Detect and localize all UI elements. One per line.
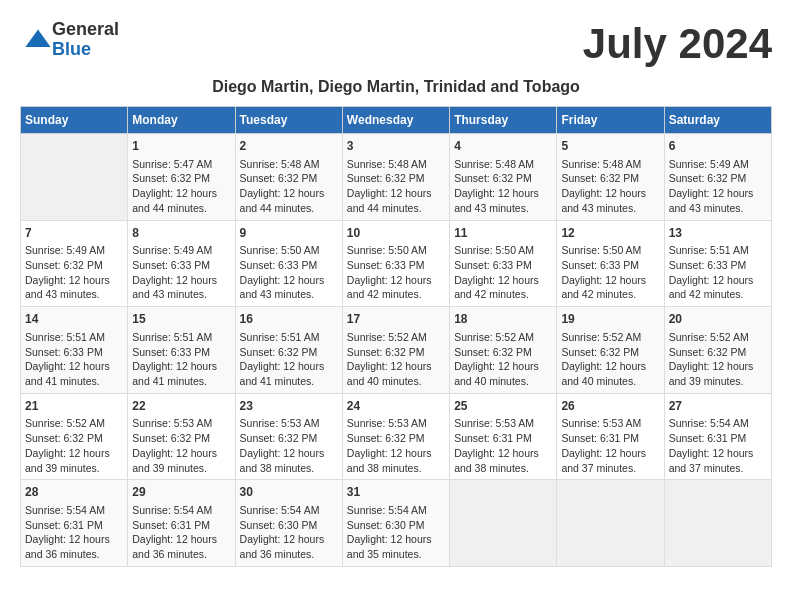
day-info: Sunset: 6:33 PM <box>669 258 767 273</box>
day-info: and 41 minutes. <box>240 374 338 389</box>
calendar-cell: 4Sunrise: 5:48 AMSunset: 6:32 PMDaylight… <box>450 134 557 221</box>
day-number: 13 <box>669 225 767 242</box>
day-info: Sunrise: 5:52 AM <box>454 330 552 345</box>
col-monday: Monday <box>128 107 235 134</box>
day-info: Sunrise: 5:50 AM <box>240 243 338 258</box>
day-info: and 42 minutes. <box>454 287 552 302</box>
day-info: Sunset: 6:32 PM <box>25 431 123 446</box>
day-info: Daylight: 12 hours <box>454 186 552 201</box>
day-info: Sunset: 6:31 PM <box>25 518 123 533</box>
day-info: Daylight: 12 hours <box>132 273 230 288</box>
day-info: and 36 minutes. <box>132 547 230 562</box>
day-number: 25 <box>454 398 552 415</box>
calendar-cell: 30Sunrise: 5:54 AMSunset: 6:30 PMDayligh… <box>235 480 342 567</box>
day-info: and 43 minutes. <box>132 287 230 302</box>
week-row-3: 14Sunrise: 5:51 AMSunset: 6:33 PMDayligh… <box>21 307 772 394</box>
day-number: 14 <box>25 311 123 328</box>
calendar-cell: 16Sunrise: 5:51 AMSunset: 6:32 PMDayligh… <box>235 307 342 394</box>
day-info: and 39 minutes. <box>25 461 123 476</box>
day-info: and 40 minutes. <box>454 374 552 389</box>
week-row-2: 7Sunrise: 5:49 AMSunset: 6:32 PMDaylight… <box>21 220 772 307</box>
day-info: Sunrise: 5:51 AM <box>132 330 230 345</box>
day-number: 8 <box>132 225 230 242</box>
day-info: Daylight: 12 hours <box>240 532 338 547</box>
day-info: Sunrise: 5:53 AM <box>347 416 445 431</box>
day-info: Sunset: 6:32 PM <box>132 171 230 186</box>
calendar-cell: 18Sunrise: 5:52 AMSunset: 6:32 PMDayligh… <box>450 307 557 394</box>
calendar-cell: 5Sunrise: 5:48 AMSunset: 6:32 PMDaylight… <box>557 134 664 221</box>
logo-text: General Blue <box>52 20 119 60</box>
calendar-body: 1Sunrise: 5:47 AMSunset: 6:32 PMDaylight… <box>21 134 772 567</box>
col-saturday: Saturday <box>664 107 771 134</box>
day-info: and 38 minutes. <box>240 461 338 476</box>
day-info: Sunset: 6:32 PM <box>240 345 338 360</box>
day-number: 21 <box>25 398 123 415</box>
day-info: and 35 minutes. <box>347 547 445 562</box>
day-info: Sunrise: 5:49 AM <box>132 243 230 258</box>
calendar-cell: 25Sunrise: 5:53 AMSunset: 6:31 PMDayligh… <box>450 393 557 480</box>
calendar-cell: 6Sunrise: 5:49 AMSunset: 6:32 PMDaylight… <box>664 134 771 221</box>
day-number: 1 <box>132 138 230 155</box>
week-row-1: 1Sunrise: 5:47 AMSunset: 6:32 PMDaylight… <box>21 134 772 221</box>
day-info: and 38 minutes. <box>454 461 552 476</box>
calendar-cell: 17Sunrise: 5:52 AMSunset: 6:32 PMDayligh… <box>342 307 449 394</box>
calendar-cell: 11Sunrise: 5:50 AMSunset: 6:33 PMDayligh… <box>450 220 557 307</box>
day-number: 28 <box>25 484 123 501</box>
day-info: Sunset: 6:33 PM <box>561 258 659 273</box>
day-number: 19 <box>561 311 659 328</box>
day-info: Daylight: 12 hours <box>561 446 659 461</box>
calendar-cell: 26Sunrise: 5:53 AMSunset: 6:31 PMDayligh… <box>557 393 664 480</box>
day-info: and 41 minutes. <box>132 374 230 389</box>
day-info: and 43 minutes. <box>561 201 659 216</box>
logo-blue: Blue <box>52 40 119 60</box>
col-wednesday: Wednesday <box>342 107 449 134</box>
day-info: and 37 minutes. <box>669 461 767 476</box>
day-number: 15 <box>132 311 230 328</box>
day-info: Sunrise: 5:54 AM <box>669 416 767 431</box>
calendar-cell <box>21 134 128 221</box>
day-number: 6 <box>669 138 767 155</box>
calendar-cell: 20Sunrise: 5:52 AMSunset: 6:32 PMDayligh… <box>664 307 771 394</box>
day-number: 3 <box>347 138 445 155</box>
day-number: 11 <box>454 225 552 242</box>
day-info: Sunrise: 5:53 AM <box>240 416 338 431</box>
day-info: Sunset: 6:32 PM <box>347 171 445 186</box>
calendar-cell: 7Sunrise: 5:49 AMSunset: 6:32 PMDaylight… <box>21 220 128 307</box>
day-info: Sunrise: 5:53 AM <box>132 416 230 431</box>
day-number: 16 <box>240 311 338 328</box>
day-info: Daylight: 12 hours <box>347 186 445 201</box>
day-info: and 42 minutes. <box>347 287 445 302</box>
day-info: and 40 minutes. <box>561 374 659 389</box>
col-tuesday: Tuesday <box>235 107 342 134</box>
day-info: Daylight: 12 hours <box>561 273 659 288</box>
day-info: Daylight: 12 hours <box>132 186 230 201</box>
calendar-table: Sunday Monday Tuesday Wednesday Thursday… <box>20 106 772 567</box>
day-info: Sunrise: 5:49 AM <box>25 243 123 258</box>
logo-general: General <box>52 20 119 40</box>
day-info: Daylight: 12 hours <box>132 446 230 461</box>
day-info: and 43 minutes. <box>454 201 552 216</box>
day-info: Daylight: 12 hours <box>25 532 123 547</box>
day-info: Daylight: 12 hours <box>132 532 230 547</box>
day-info: Sunrise: 5:53 AM <box>454 416 552 431</box>
day-info: Sunset: 6:32 PM <box>132 431 230 446</box>
day-info: and 42 minutes. <box>561 287 659 302</box>
day-info: Daylight: 12 hours <box>561 186 659 201</box>
day-info: Sunrise: 5:54 AM <box>132 503 230 518</box>
calendar-cell: 1Sunrise: 5:47 AMSunset: 6:32 PMDaylight… <box>128 134 235 221</box>
day-info: and 36 minutes. <box>240 547 338 562</box>
calendar-cell: 22Sunrise: 5:53 AMSunset: 6:32 PMDayligh… <box>128 393 235 480</box>
calendar-cell: 10Sunrise: 5:50 AMSunset: 6:33 PMDayligh… <box>342 220 449 307</box>
calendar-cell <box>664 480 771 567</box>
day-info: Daylight: 12 hours <box>25 359 123 374</box>
calendar-cell <box>557 480 664 567</box>
day-info: and 43 minutes. <box>25 287 123 302</box>
day-info: Sunset: 6:33 PM <box>132 258 230 273</box>
day-info: Daylight: 12 hours <box>347 532 445 547</box>
day-info: Daylight: 12 hours <box>132 359 230 374</box>
day-info: Daylight: 12 hours <box>669 273 767 288</box>
day-number: 9 <box>240 225 338 242</box>
day-number: 17 <box>347 311 445 328</box>
calendar-cell: 23Sunrise: 5:53 AMSunset: 6:32 PMDayligh… <box>235 393 342 480</box>
day-info: Daylight: 12 hours <box>561 359 659 374</box>
